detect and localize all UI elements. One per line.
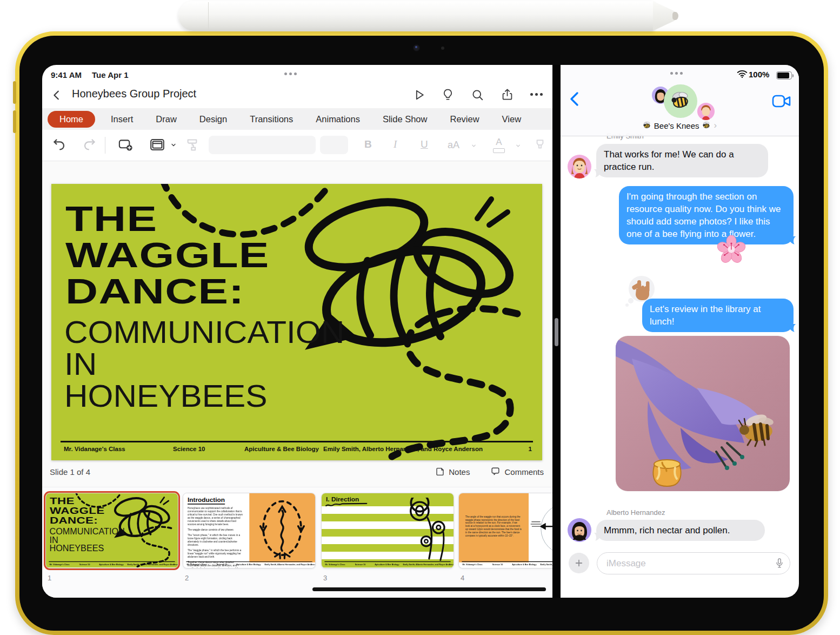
plus-icon	[574, 558, 584, 568]
slide-title-bold: THE WAGGLE DANCE:	[65, 201, 270, 310]
front-camera	[413, 44, 420, 51]
footer-subject: Science 10	[173, 446, 205, 452]
multitask-menu-icon[interactable]	[670, 72, 683, 75]
battery-icon	[776, 71, 792, 80]
volume-down-button[interactable]	[13, 110, 16, 133]
group-member-avatar[interactable]	[697, 103, 715, 120]
undo-icon[interactable]	[52, 137, 66, 152]
powerpoint-app: 9:41 AM Tue Apr 1 Honeybees Group Projec…	[42, 65, 552, 598]
apple-pencil-tip	[672, 12, 678, 20]
back-chevron-icon[interactable]	[51, 89, 63, 102]
sent-photo-bee-flower[interactable]	[616, 336, 790, 491]
tab-insert[interactable]: Insert	[99, 108, 144, 130]
apple-pencil-cone	[653, 1, 675, 31]
thumbnail-slide-3[interactable]: I. Direction	[321, 493, 454, 568]
angle-diagram	[529, 493, 552, 563]
more-options-icon[interactable]	[530, 93, 543, 96]
tab-home[interactable]: Home	[48, 111, 95, 128]
new-slide-icon[interactable]	[118, 137, 134, 153]
back-chevron-icon[interactable]	[568, 91, 581, 107]
avatar-alberto[interactable]	[568, 518, 591, 542]
footer-unit: Apiculture & Bee Biology	[244, 446, 319, 452]
sender-label: Alberto Hernandez	[606, 508, 665, 517]
slide-canvas-area: THE WAGGLE DANCE: COMMUNICATION IN HONEY…	[42, 161, 552, 487]
microphone-icon[interactable]	[775, 557, 784, 570]
thumbnail-4-number: 4	[461, 574, 464, 582]
group-title-button[interactable]: Bee's Knees ›	[561, 120, 799, 131]
font-size-field	[320, 136, 348, 154]
bee-emoji-icon	[643, 121, 651, 130]
ambient-sensor	[441, 47, 444, 50]
thumbnail-slide-4[interactable]: The angle of the waggle run that occurs …	[458, 493, 552, 568]
thumb2-title: Introduction	[188, 496, 225, 505]
group-name: Bee's Knees	[654, 121, 699, 130]
thumb4-body: The angle of the waggle run that occurs …	[465, 515, 522, 537]
sent-message-bubble[interactable]: I'm going through the section on resourc…	[619, 186, 794, 244]
font-color-chevron-icon	[515, 143, 522, 149]
share-icon[interactable]	[501, 88, 514, 102]
font-color-button: A	[493, 137, 505, 153]
status-time: 9:41 AM	[51, 70, 82, 80]
attach-plus-button[interactable]	[569, 553, 589, 573]
comments-button[interactable]: Comments	[490, 466, 544, 477]
messages-header: 100% Bee's Knees ›	[561, 65, 799, 136]
tab-view[interactable]: View	[491, 108, 532, 130]
footer-class: Mr. Vidanage's Class	[64, 446, 125, 452]
imessage-input-field[interactable]	[597, 552, 790, 574]
waggle-diagram	[249, 493, 315, 563]
facetime-video-button[interactable]	[772, 94, 791, 108]
avatar-emily[interactable]	[568, 155, 591, 178]
bold-button: B	[364, 138, 372, 150]
underline-button: U	[421, 138, 428, 150]
tab-review[interactable]: Review	[438, 108, 490, 130]
search-icon[interactable]	[471, 88, 484, 102]
tab-transitions[interactable]: Transitions	[238, 108, 304, 130]
chevron-right-icon: ›	[714, 120, 717, 131]
wifi-icon	[737, 70, 748, 78]
slide-footer: Mr. Vidanage's Class Science 10 Apicultu…	[61, 441, 533, 455]
document-title[interactable]: Honeybees Group Project	[72, 88, 196, 100]
notes-icon	[435, 466, 445, 477]
received-message-bubble[interactable]: Mmmm, rich nectar and pollen.	[596, 520, 765, 541]
italic-button: I	[394, 138, 397, 150]
layout-chevron-down-icon[interactable]	[170, 142, 177, 148]
multitask-menu-icon[interactable]	[284, 72, 297, 75]
thumbnail-slide-1[interactable]: THE WAGGLE DANCE: COMMUNICATION IN HONEY…	[45, 493, 178, 568]
received-message-bubble[interactable]: That works for me! We can do a practice …	[596, 144, 768, 177]
thumbnail-slide-2[interactable]: Introduction Honeybees use sophisticated…	[183, 493, 316, 568]
thumbnail-3-number: 3	[323, 574, 327, 582]
cherry-blossom-sticker[interactable]	[716, 235, 746, 265]
text-size-button: aA	[448, 140, 459, 151]
slide-layout-icon[interactable]	[149, 137, 165, 152]
imessage-input[interactable]	[605, 553, 764, 574]
split-view-drag-handle[interactable]	[555, 318, 558, 346]
group-avatar-bee[interactable]	[664, 84, 697, 118]
redo-icon	[82, 137, 97, 152]
tab-draw[interactable]: Draw	[144, 108, 188, 130]
present-play-button[interactable]	[412, 88, 426, 102]
text-size-chevron-icon	[470, 143, 477, 149]
flower-doodles	[406, 498, 452, 561]
bee-emoji-icon	[702, 121, 711, 130]
slide-1-editor[interactable]: THE WAGGLE DANCE: COMMUNICATION IN HONEY…	[51, 184, 542, 460]
apple-pencil-body	[178, 1, 654, 31]
thumbnail-2-number: 2	[185, 574, 189, 582]
notes-button[interactable]: Notes	[435, 466, 470, 477]
tab-design[interactable]: Design	[188, 108, 238, 130]
battery-percent: 100%	[749, 70, 769, 79]
thumbnail-1-number: 1	[48, 574, 51, 582]
thumb3-title: I. Direction	[326, 495, 359, 502]
slide-position-label: Slide 1 of 4	[50, 467, 90, 477]
home-indicator[interactable]	[312, 587, 546, 591]
messages-app: Emily Smith That works for me! We can do…	[561, 65, 799, 598]
volume-up-button[interactable]	[13, 81, 16, 104]
tab-animations[interactable]: Animations	[304, 108, 371, 130]
sent-message-bubble[interactable]: Let's review in the library at lunch!	[642, 299, 794, 332]
tab-slide-show[interactable]: Slide Show	[371, 108, 439, 130]
font-name-field	[209, 136, 316, 154]
slide-title-light: COMMUNICATION IN HONEYBEES	[64, 316, 344, 412]
status-date: Tue Apr 1	[92, 70, 129, 80]
ipad-screen: 9:41 AM Tue Apr 1 Honeybees Group Projec…	[42, 65, 799, 598]
designer-lightbulb-button[interactable]	[441, 88, 455, 102]
honey-pot-sticker	[653, 460, 681, 486]
